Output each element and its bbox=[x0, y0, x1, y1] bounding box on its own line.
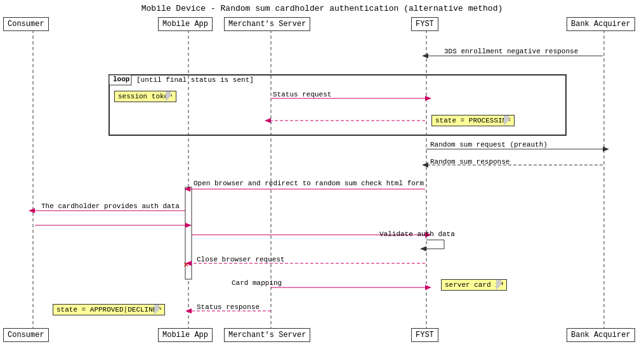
svg-marker-11 bbox=[425, 96, 431, 101]
session-token-note: session token bbox=[114, 91, 176, 102]
svg-marker-13 bbox=[265, 118, 271, 123]
actor-fyst-top: FYST bbox=[411, 17, 438, 31]
actor-consumer-bottom: Consumer bbox=[3, 328, 49, 342]
svg-marker-29 bbox=[420, 246, 426, 251]
svg-marker-17 bbox=[422, 162, 428, 168]
actor-mobile-app-top: Mobile App bbox=[158, 17, 213, 31]
msg-status-response: Status response bbox=[197, 303, 260, 311]
close-browser-x: ✕ bbox=[183, 259, 188, 270]
loop-condition: [until final status is sent] bbox=[136, 76, 254, 84]
svg-marker-21 bbox=[29, 208, 35, 213]
msg-validate-auth: Validate auth data bbox=[379, 230, 455, 238]
server-card-id-note: server card id bbox=[441, 279, 507, 291]
msg-3ds-enrollment: 3DS enrollment negative response bbox=[444, 48, 578, 55]
msg-cardholder-auth: The cardholder provides auth data bbox=[41, 202, 180, 210]
svg-marker-35 bbox=[185, 308, 192, 313]
sequence-diagram: Mobile Device - Random sum cardholder au… bbox=[0, 0, 644, 356]
actor-bank-acquirer-bottom: Bank Acquirer bbox=[567, 328, 635, 342]
actor-merchant-server-top: Merchant's Server bbox=[224, 17, 310, 31]
actor-bank-acquirer-top: Bank Acquirer bbox=[567, 17, 635, 31]
svg-marker-15 bbox=[603, 147, 609, 152]
loop-label: loop bbox=[113, 76, 129, 83]
msg-close-browser: Close browser request bbox=[197, 256, 285, 263]
actor-mobile-app-bottom: Mobile App bbox=[158, 328, 213, 342]
msg-open-browser: Open browser and redirect to random sum … bbox=[194, 180, 424, 187]
svg-marker-7 bbox=[422, 53, 428, 58]
svg-marker-23 bbox=[185, 223, 192, 228]
state-processing-note: state = PROCESSING bbox=[431, 115, 515, 126]
actor-fyst-bottom: FYST bbox=[411, 328, 438, 342]
actor-merchant-server-bottom: Merchant's Server bbox=[224, 328, 310, 342]
msg-random-sum-request: Random sum request (preauth) bbox=[430, 141, 548, 148]
msg-random-sum-response: Random sum response bbox=[430, 158, 509, 166]
state-approved-declined-note: state = APPROVED|DECLINED bbox=[53, 304, 165, 315]
msg-card-mapping: Card mapping bbox=[232, 279, 282, 287]
actor-consumer-top: Consumer bbox=[3, 17, 49, 31]
svg-marker-33 bbox=[425, 285, 431, 290]
svg-marker-19 bbox=[184, 187, 190, 192]
msg-status-request: Status request bbox=[273, 91, 331, 98]
diagram-title: Mobile Device - Random sum cardholder au… bbox=[0, 4, 644, 13]
